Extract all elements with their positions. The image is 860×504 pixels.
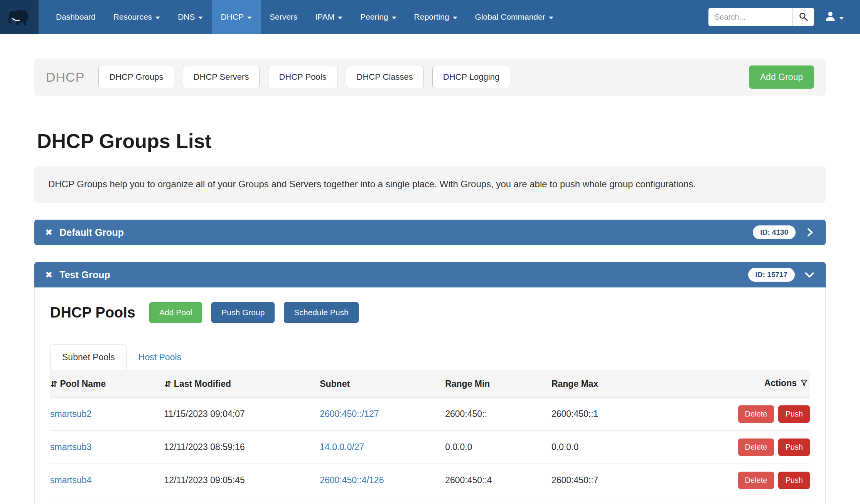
- chevron-right-icon[interactable]: [805, 227, 815, 237]
- nav-resources[interactable]: Resources: [105, 0, 169, 34]
- nav-dns-label: DNS: [178, 12, 195, 22]
- close-icon[interactable]: ✖: [45, 270, 52, 279]
- column-label: Pool Name: [60, 379, 106, 389]
- group-panel-test: ✖ Test Group ID: 15717 DHCP Pools Add Po…: [34, 262, 826, 504]
- column-header-subnet: Subnet: [320, 370, 445, 398]
- group-header-test[interactable]: ✖ Test Group ID: 15717: [34, 262, 826, 287]
- close-icon[interactable]: ✖: [45, 228, 52, 237]
- subnet-link[interactable]: 2600:450::4/126: [320, 475, 384, 485]
- page-description: DHCP Groups help you to organize all of …: [34, 166, 826, 203]
- dhcp-groups-button[interactable]: DHCP Groups: [98, 66, 174, 88]
- dhcp-pools-button[interactable]: DHCP Pools: [268, 66, 337, 88]
- sort-icon[interactable]: ⇵: [50, 379, 57, 389]
- table-header-row: ⇵Pool Name ⇵Last Modified Subnet Range M…: [50, 370, 810, 398]
- search-group: [708, 8, 814, 26]
- range-max-cell: 172.16.3.255: [551, 497, 734, 504]
- delete-button[interactable]: Delete: [738, 405, 774, 423]
- push-button[interactable]: Push: [778, 472, 810, 489]
- nav-dashboard[interactable]: Dashboard: [47, 0, 105, 34]
- pool-name-link[interactable]: smartsub2: [50, 409, 91, 419]
- dhcp-classes-button[interactable]: DHCP Classes: [346, 66, 424, 88]
- pools-header: DHCP Pools Add Pool Push Group Schedule …: [50, 302, 810, 323]
- column-label: Subnet: [320, 379, 350, 389]
- range-min-cell: 2600:450::4: [445, 464, 551, 497]
- toolbar-title: DHCP: [46, 70, 84, 85]
- app-logo[interactable]: [0, 0, 39, 34]
- range-min-cell: 172.16.3.0: [445, 497, 551, 504]
- pool-name-link[interactable]: smartsub4: [50, 475, 91, 485]
- range-max-cell: 0.0.0.0: [551, 431, 734, 464]
- pool-name-link[interactable]: smartsub3: [50, 442, 91, 452]
- range-max-cell: 2600:450::1: [551, 398, 734, 431]
- top-navbar: Dashboard Resources DNS DHCP Servers IPA…: [0, 0, 860, 34]
- sort-icon[interactable]: ⇵: [164, 379, 171, 389]
- table-row: smartsub3 12/11/2023 08:59:16 14.0.0.0/2…: [50, 431, 810, 464]
- nav-ipam[interactable]: IPAM: [306, 0, 351, 34]
- subnet-pools-table: ⇵Pool Name ⇵Last Modified Subnet Range M…: [50, 370, 810, 504]
- column-header-pool-name[interactable]: ⇵Pool Name: [50, 370, 164, 398]
- chevron-down-icon: [155, 17, 160, 19]
- column-label: Range Min: [445, 379, 490, 389]
- range-min-cell: 2600:450::: [445, 398, 551, 431]
- table-row: smartsub5 11/15/2023 09:33:29 172.16.3.0…: [50, 497, 810, 504]
- dhcp-toolbar: DHCP DHCP Groups DHCP Servers DHCP Pools…: [34, 59, 826, 96]
- delete-button[interactable]: Delete: [738, 438, 774, 456]
- column-header-actions: Actions: [734, 370, 810, 398]
- chevron-down-icon[interactable]: [804, 269, 815, 280]
- group-id-badge: ID: 4130: [753, 225, 796, 239]
- nav-peering-label: Peering: [360, 12, 388, 22]
- nav-global-commander[interactable]: Global Commander: [466, 0, 562, 34]
- schedule-push-button[interactable]: Schedule Push: [284, 302, 358, 323]
- chevron-down-icon: [839, 17, 844, 20]
- nav-dhcp-label: DHCP: [221, 12, 244, 22]
- nav-dhcp[interactable]: DHCP: [212, 0, 261, 34]
- column-header-range-max: Range Max: [551, 370, 734, 398]
- user-icon: [824, 10, 836, 24]
- subnet-link[interactable]: 2600:450::/127: [320, 409, 379, 419]
- group-panel-default: ✖ Default Group ID: 4130: [34, 220, 826, 245]
- add-group-button[interactable]: Add Group: [749, 66, 814, 89]
- range-min-cell: 0.0.0.0: [445, 431, 551, 464]
- group-header-default[interactable]: ✖ Default Group ID: 4130: [34, 220, 826, 245]
- last-modified-cell: 11/15/2023 09:04:07: [164, 398, 320, 431]
- tab-host-pools[interactable]: Host Pools: [127, 345, 193, 370]
- column-header-range-min: Range Min: [445, 370, 551, 398]
- table-row: smartsub2 11/15/2023 09:04:07 2600:450::…: [50, 398, 810, 431]
- delete-button[interactable]: Delete: [738, 472, 774, 489]
- pools-title: DHCP Pools: [50, 304, 135, 321]
- nav-dns[interactable]: DNS: [169, 0, 212, 34]
- table-row: smartsub4 12/11/2023 09:05:45 2600:450::…: [50, 464, 810, 497]
- user-menu[interactable]: [824, 10, 844, 24]
- subnet-link[interactable]: 14.0.0.0/27: [320, 442, 364, 452]
- chevron-down-icon: [453, 17, 457, 19]
- tab-subnet-pools[interactable]: Subnet Pools: [50, 344, 127, 370]
- nav-servers[interactable]: Servers: [261, 0, 306, 34]
- dhcp-servers-button[interactable]: DHCP Servers: [183, 66, 260, 88]
- nav-ipam-label: IPAM: [315, 12, 334, 22]
- last-modified-cell: 12/11/2023 09:05:45: [164, 464, 320, 497]
- push-button[interactable]: Push: [778, 438, 810, 456]
- chevron-down-icon: [392, 17, 396, 19]
- nav-reporting[interactable]: Reporting: [405, 0, 466, 34]
- push-group-button[interactable]: Push Group: [211, 302, 275, 323]
- chevron-down-icon: [198, 17, 203, 19]
- group-name: Default Group: [59, 227, 124, 238]
- column-header-last-modified[interactable]: ⇵Last Modified: [164, 370, 320, 398]
- dhcp-logging-button[interactable]: DHCP Logging: [432, 66, 510, 88]
- nav-global-commander-label: Global Commander: [475, 12, 545, 22]
- search-button[interactable]: [793, 8, 814, 26]
- nav-resources-label: Resources: [113, 12, 152, 22]
- nav-reporting-label: Reporting: [414, 12, 449, 22]
- last-modified-cell: 11/15/2023 09:33:29: [164, 497, 320, 504]
- search-input[interactable]: [708, 8, 793, 26]
- main-nav: Dashboard Resources DNS DHCP Servers IPA…: [47, 0, 562, 34]
- add-pool-button[interactable]: Add Pool: [149, 302, 202, 323]
- nav-peering[interactable]: Peering: [351, 0, 405, 34]
- chevron-down-icon: [338, 17, 342, 19]
- last-modified-cell: 12/11/2023 08:59:16: [164, 431, 320, 464]
- push-button[interactable]: Push: [778, 405, 810, 423]
- filter-icon[interactable]: [800, 379, 808, 389]
- chevron-down-icon: [247, 17, 252, 19]
- group-panel-body: DHCP Pools Add Pool Push Group Schedule …: [34, 287, 826, 504]
- mammoth-logo-icon: [7, 4, 31, 30]
